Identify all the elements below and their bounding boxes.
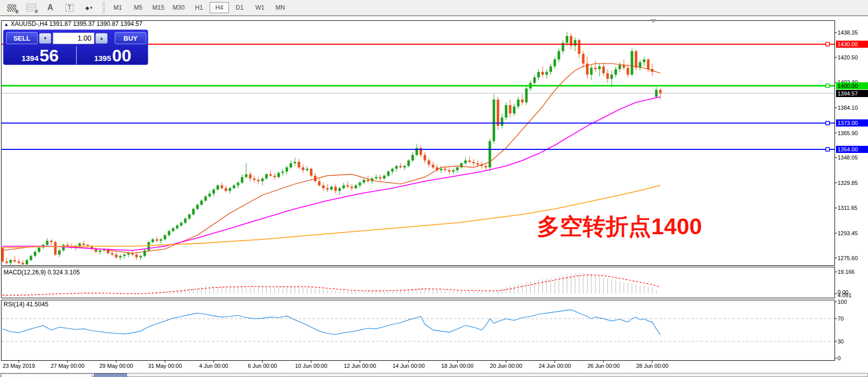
hline-1400 [2, 84, 834, 87]
hline-handle[interactable] [826, 84, 829, 87]
arrows-objects-icon[interactable]: ◆ ▾ [81, 2, 96, 14]
tf-button-D1[interactable]: D1 [230, 2, 249, 13]
hline-handle[interactable] [826, 148, 829, 151]
tf-button-M1[interactable]: M1 [108, 2, 127, 13]
volume-decrease-button[interactable]: ▼ [39, 33, 51, 44]
buy-button[interactable]: BUY [115, 32, 146, 44]
mt4-terminal-window: E F A T ◆ ▾ M1M5M15M30H1H4D1W1MN ▲XAUUSD… [0, 0, 868, 377]
fibonacci-grid-icon[interactable]: F [23, 2, 39, 14]
text-label-glyph: A [47, 3, 53, 12]
ma-medium-line [3, 97, 660, 250]
scrollbar-track-segment [1, 373, 92, 377]
bid-ask-prices: 1394 56 1395 00 [4, 45, 148, 66]
tf-button-MN[interactable]: MN [271, 2, 290, 13]
toolbar: E F A T ◆ ▾ M1M5M15M30H1H4D1W1MN [0, 0, 868, 16]
one-click-top-row: SELL ▼ 1.00 ▲ BUY [4, 32, 148, 45]
chart-area[interactable]: ▲XAUUSD-,H4 1391.87 1395.37 1390.87 1394… [0, 17, 868, 377]
crayon-chart-icon[interactable]: E [4, 2, 19, 14]
rsi-line [3, 310, 660, 335]
buy-price[interactable]: 1395 00 [77, 45, 148, 65]
crayon-sub-label: E [16, 9, 19, 14]
chevron-down-icon: ▾ [90, 5, 93, 10]
date-ticks [19, 361, 652, 363]
tf-button-W1[interactable]: W1 [250, 2, 270, 13]
pane-borders [2, 21, 835, 361]
horizontal-scrollbar[interactable] [0, 373, 868, 377]
tf-button-H4[interactable]: H4 [210, 2, 229, 13]
volume-input[interactable]: 1.00 [53, 33, 94, 44]
ma-fast-line [3, 64, 660, 253]
timeframe-group: M1M5M15M30H1H4D1W1MN [108, 2, 290, 13]
price-divider [76, 46, 77, 65]
tf-button-H1[interactable]: H1 [189, 2, 209, 13]
scrollbar-thumb[interactable] [94, 373, 127, 377]
sell-price-small: 1394 [21, 54, 38, 65]
fibonacci-sub-label: F [36, 9, 39, 14]
sell-button[interactable]: SELL [6, 32, 38, 44]
fibonacci-grid-glyph [26, 4, 36, 12]
sell-price-big: 56 [40, 46, 59, 65]
buy-price-small: 1395 [94, 54, 111, 65]
candles-layer [2, 32, 662, 265]
tf-button-M30[interactable]: M30 [169, 2, 188, 13]
hline-handle[interactable] [826, 43, 829, 46]
one-click-trading-panel: SELL ▼ 1.00 ▲ BUY 1394 56 1395 00 [3, 29, 148, 65]
shift-marker-icon [650, 19, 656, 23]
buy-price-big: 00 [112, 46, 131, 65]
volume-increase-button[interactable]: ▲ [95, 33, 108, 44]
chart-canvas[interactable] [0, 17, 868, 377]
sell-price[interactable]: 1394 56 [5, 45, 76, 65]
tf-button-M5[interactable]: M5 [128, 2, 148, 13]
text-label-icon[interactable]: A [43, 2, 58, 14]
tf-button-M15[interactable]: M15 [149, 2, 168, 13]
hline-handle[interactable] [826, 121, 829, 125]
text-box-glyph: T [65, 4, 73, 12]
price-axis-ticks [835, 33, 837, 258]
toolbar-separator [103, 2, 105, 13]
ma-slow-line [3, 185, 660, 248]
rsi-levels [2, 302, 837, 358]
crayon-hatch-glyph [7, 4, 16, 12]
arrows-glyph: ◆ [85, 5, 89, 11]
macd-histogram [3, 272, 837, 296]
hline-1373 [2, 121, 834, 125]
text-box-icon[interactable]: T [62, 2, 77, 14]
